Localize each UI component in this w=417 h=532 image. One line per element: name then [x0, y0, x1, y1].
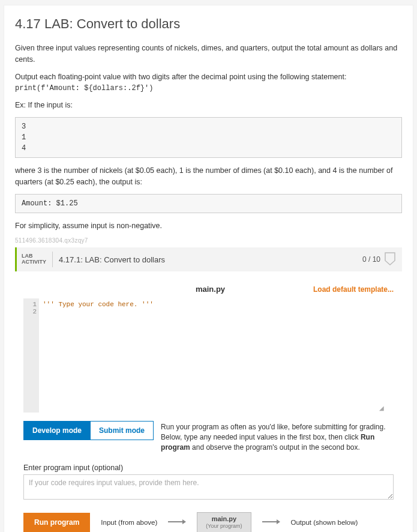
description-4: For simplicity, assume input is non-nega…	[15, 220, 402, 232]
load-default-template-link[interactable]: Load default template...	[313, 285, 394, 294]
develop-mode-button[interactable]: Develop mode	[23, 421, 91, 440]
program-flow-box: main.py (Your program)	[197, 512, 251, 532]
filename-label: main.py	[107, 285, 313, 294]
score: 0 / 10	[362, 255, 380, 264]
code-editor[interactable]: 1 2 ''' Type your code here. ''' ◢	[23, 298, 394, 413]
lab-activity-bar: LAB ACTIVITY 4.17.1: LAB: Convert to dol…	[15, 247, 402, 271]
example-label: Ex: If the input is:	[15, 100, 402, 111]
page-title: 4.17 LAB: Convert to dollars	[15, 16, 402, 32]
example-output-box: Amount: $1.25	[15, 194, 402, 213]
print-statement: print(f'Amount: ${dollars:.2f}')	[15, 84, 153, 92]
mode-toggle: Develop mode Submit mode	[23, 421, 154, 440]
flow-output-label: Output (shown below)	[291, 519, 358, 526]
submit-mode-button[interactable]: Submit mode	[91, 421, 154, 440]
svg-marker-3	[277, 519, 280, 524]
lab-activity-label: LAB ACTIVITY	[22, 253, 46, 265]
input-section-label: Enter program input (optional)	[23, 464, 394, 472]
code-area[interactable]: ''' Type your code here. '''	[39, 298, 394, 413]
description-1: Given three input values representing co…	[15, 43, 402, 65]
program-input[interactable]	[23, 474, 394, 500]
divider	[52, 252, 53, 267]
example-input-box: 3 1 4	[15, 117, 402, 158]
arrow-right-icon	[168, 518, 186, 527]
svg-marker-1	[182, 519, 186, 524]
activity-id: 511496.3618304.qx3zqy7	[15, 237, 402, 244]
line-gutter: 1 2	[23, 298, 39, 413]
description-3: where 3 is the number of nickels (at $0.…	[15, 165, 402, 188]
run-program-button[interactable]: Run program	[23, 513, 90, 532]
flow-input-label: Input (from above)	[101, 519, 157, 526]
lab-activity-title: 4.17.1: LAB: Convert to dollars	[59, 255, 362, 264]
description-2: Output each floating-point value with tw…	[15, 71, 402, 94]
shield-icon	[384, 252, 396, 268]
mode-help-text: Run your program as often as you'd like,…	[161, 421, 394, 452]
arrow-right-icon	[262, 518, 280, 527]
